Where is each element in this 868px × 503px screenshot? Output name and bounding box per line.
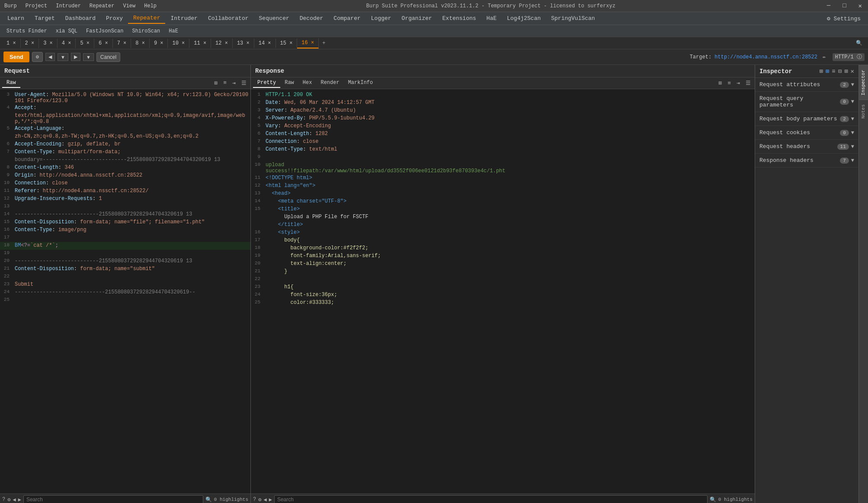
nav-dashboard[interactable]: Dashboard [60,13,101,23]
request-view-icon-grid[interactable]: ⊞ [213,79,220,87]
request-menu-icon[interactable]: ☰ [240,79,248,87]
tab-1[interactable]: 1 × [2,39,21,48]
menu-intruder[interactable]: Intruder [51,2,85,10]
tab-3[interactable]: 3 × [39,39,58,48]
request-settings-icon[interactable]: ⚙ [7,497,10,503]
tab-13[interactable]: 13 × [233,39,254,48]
tab-2[interactable]: 2 × [21,39,39,48]
nav-settings[interactable]: ⚙ Settings [822,13,866,24]
request-code-area[interactable]: 3User-Agent: Mozilla/5.0 (Windows NT 10.… [0,89,250,493]
send-button[interactable]: Send [3,52,29,62]
nav-learn[interactable]: Learn [2,13,29,23]
menu-help[interactable]: Help [140,2,161,10]
tool-fastjsonscan[interactable]: FastJsonScan [82,27,128,35]
inspector-expand-icon[interactable]: ⊞ [844,68,848,75]
nav-target[interactable]: Target [29,13,60,23]
minimize-button[interactable]: ─ [821,1,836,10]
request-indent-icon[interactable]: ⇥ [231,79,237,87]
inspector-request-headers[interactable]: Request headers 11 ▼ [755,140,858,154]
nav-proxy[interactable]: Proxy [101,13,128,23]
response-search-submit-icon[interactable]: 🔍 [710,497,716,503]
menu-bar[interactable]: Burp Project Intruder Repeater View Help [0,2,161,10]
inspector-close-icon[interactable]: ✕ [851,68,854,75]
tab-12[interactable]: 12 × [211,39,233,48]
tab-6[interactable]: 6 × [94,39,113,48]
tab-16[interactable]: 16 × [297,38,319,48]
response-tab-markinfo[interactable]: MarkInfo [344,78,378,88]
nav-comparer[interactable]: Comparer [328,13,365,23]
nav-organizer[interactable]: Organizer [397,13,437,23]
tool-shiroscan[interactable]: ShiroScan [128,27,164,35]
nav-repeater[interactable]: Repeater [128,13,165,24]
tab-11[interactable]: 11 × [189,39,211,48]
tool-xiasql[interactable]: xia SQL [51,27,82,35]
close-button[interactable]: ✕ [852,1,868,10]
inspector-request-attributes[interactable]: Request attributes 2 ▼ [755,78,858,92]
response-view-list-icon[interactable]: ≡ [726,79,733,87]
response-view-grid-icon[interactable]: ⊞ [717,79,724,87]
response-indent-icon[interactable]: ⇥ [735,79,742,87]
request-view-icon-list[interactable]: ≡ [221,79,228,87]
request-next-icon[interactable]: ▶ [18,497,21,503]
http-version-badge[interactable]: HTTP/1 ⓘ [833,53,865,61]
inspector-request-query[interactable]: Request query parameters 0 ▼ [755,92,858,112]
tab-9[interactable]: 9 × [150,39,168,48]
response-menu-icon[interactable]: ☰ [744,79,753,87]
inspector-collapse-icon[interactable]: ⊟ [838,68,842,75]
nav-extensions[interactable]: Extensions [437,13,481,23]
edit-target-icon[interactable]: ✏ [823,54,826,60]
nav-dropdown-button[interactable]: ▼ [58,53,68,61]
side-tab-inspector[interactable]: Inspector [859,65,868,100]
maximize-button[interactable]: □ [836,1,852,10]
tab-4[interactable]: 4 × [58,39,76,48]
nav-log4j2scan[interactable]: Log4j2Scan [502,13,546,23]
request-search-input[interactable] [23,495,203,503]
inspector-request-body[interactable]: Request body parameters 2 ▼ [755,112,858,126]
nav-springvulscan[interactable]: SpringVulScan [546,13,600,23]
nav-forward-button[interactable]: ▶ [71,53,80,61]
response-tab-raw[interactable]: Raw [280,78,298,88]
menu-repeater[interactable]: Repeater [85,2,119,10]
tool-struts[interactable]: Struts Finder [2,27,51,35]
tool-hae[interactable]: HaE [164,27,183,35]
response-prev-icon[interactable]: ◀ [263,497,266,503]
menu-project[interactable]: Project [21,2,51,10]
inspector-active-icon[interactable]: ⊞ [826,68,829,75]
response-search-input[interactable] [274,495,708,503]
request-search-help-icon[interactable]: ? [2,497,5,503]
response-code-area[interactable]: 1HTTP/1.1 200 OK2Date: Wed, 06 Mar 2024 … [251,89,755,493]
tab-15[interactable]: 15 × [276,39,298,48]
request-tab-raw[interactable]: Raw [2,78,20,88]
nav-hae[interactable]: HaE [481,13,502,23]
tab-add-button[interactable]: + [319,39,329,48]
nav-sequencer[interactable]: Sequencer [254,13,295,23]
tab-14[interactable]: 14 × [254,39,276,48]
nav-decoder[interactable]: Decoder [295,13,329,23]
tab-10[interactable]: 10 × [168,39,189,48]
response-next-icon[interactable]: ▶ [269,497,272,503]
settings-icon[interactable]: ⚙ [32,52,43,62]
inspector-align-icon[interactable]: ≡ [832,68,835,75]
inspector-grid-icon[interactable]: ⊞ [819,68,823,75]
response-settings-icon[interactable]: ⚙ [258,497,261,503]
nav-logger[interactable]: Logger [366,13,397,23]
cancel-button[interactable]: Cancel [96,52,120,62]
inspector-request-cookies[interactable]: Request cookies 0 ▼ [755,126,858,140]
request-prev-icon[interactable]: ◀ [13,497,16,503]
tab-5[interactable]: 5 × [76,39,94,48]
side-tab-notes[interactable]: Notes [859,100,868,123]
search-icon[interactable]: 🔍 [852,38,866,48]
tab-7[interactable]: 7 × [113,39,131,48]
tab-8[interactable]: 8 × [131,39,150,48]
nav-back-button[interactable]: ◀ [45,53,55,61]
menu-view[interactable]: View [119,2,140,10]
response-tab-hex[interactable]: Hex [298,78,317,88]
window-controls[interactable]: ─ □ ✕ [821,1,868,10]
nav-intruder[interactable]: Intruder [165,13,202,23]
inspector-response-headers[interactable]: Response headers 7 ▼ [755,154,858,168]
nav-collaborator[interactable]: Collaborator [203,13,254,23]
menu-burp[interactable]: Burp [0,2,21,10]
request-search-submit-icon[interactable]: 🔍 [205,497,212,503]
nav-menu-button[interactable]: ▼ [83,53,94,61]
response-tab-render[interactable]: Render [316,78,343,88]
